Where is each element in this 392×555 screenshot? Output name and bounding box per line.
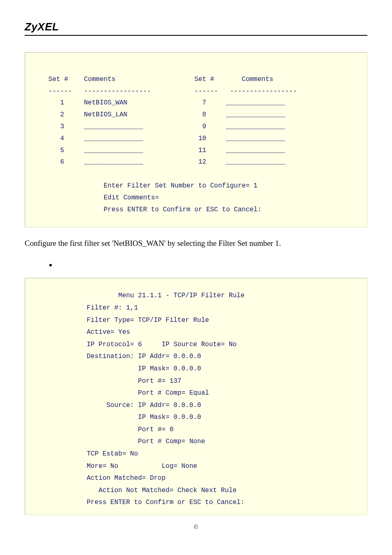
bullet-line [25,260,367,269]
rule-line: IP Mask= 0.0.0.0 [87,414,201,421]
menu-title: Menu 21.1.1 - TCP/IP Filter Rule [87,292,244,299]
rule-line: TCP Estab= No [87,450,138,458]
rule-line: Action Not Matched= Check Next Rule [87,487,237,494]
header: ZyXEL [25,21,367,36]
rule-line: Port #= 137 [87,377,181,385]
rule-line: Port # Comp= Equal [87,389,209,397]
col-comments-header-r: Comments [242,76,273,83]
rule-line: Active= Yes [87,328,130,336]
table-header-row: Set # Comments Set # Comments [37,76,273,83]
bullet-icon [49,264,52,266]
rule-line: Filter #: 1,1 [87,304,138,312]
table-row: 1 NetBIOS_WAN 7 _______________ [37,99,285,106]
rule-line: More= No Log= None [87,462,197,470]
rule-line: Source: IP Addr= 0.0.0.0 [87,402,201,409]
table-row: 4 _______________ 10 _______________ [37,135,285,142]
rule-line: IP Protocol= 6 IP Source Route= No [87,341,237,348]
col-set-header-l: Set # [48,76,68,83]
rule-line: Port #= 0 [87,426,173,433]
brand-logo: ZyXEL [25,21,59,33]
rule-line: IP Mask= 0.0.0.0 [87,365,201,372]
filter-set-terminal: Set # Comments Set # Comments ------ ---… [25,52,367,227]
col-comments-header-l: Comments [84,76,115,83]
rule-line: Press ENTER to Confirm or ESC to Cancel: [87,499,244,506]
prompt-confirm: Press ENTER to Confirm or ESC to Cancel: [37,206,261,213]
narrative-text: Configure the first filter set 'NetBIOS_… [25,239,367,248]
table-row: 6 _______________ 12 _______________ [37,158,285,166]
table-row: 3 _______________ 9 _______________ [37,123,285,130]
rule-line: Destination: IP Addr= 0.0.0.0 [87,353,201,360]
rule-line: Filter Type= TCP/IP Filter Rule [87,317,209,324]
col-set-header-r: Set # [194,76,214,83]
filter-rule-terminal: Menu 21.1.1 - TCP/IP Filter Rule Filter … [25,278,367,515]
table-dashes-row: ------ ----------------- ------ --------… [37,88,297,95]
page: ZyXEL Set # Comments Set # Comments ----… [0,0,392,543]
table-row: 2 NetBIOS_LAN 8 _______________ [37,111,285,118]
prompt-edit-comments: Edit Comments= [37,194,159,201]
table-row: 5 _______________ 11 _______________ [37,147,285,154]
prompt-configure: Enter Filter Set Number to Configure= 1 [37,182,258,190]
rule-line: Port # Comp= None [87,438,205,445]
rule-line: Action Matched= Drop [87,474,166,482]
page-footer: © [25,524,367,531]
